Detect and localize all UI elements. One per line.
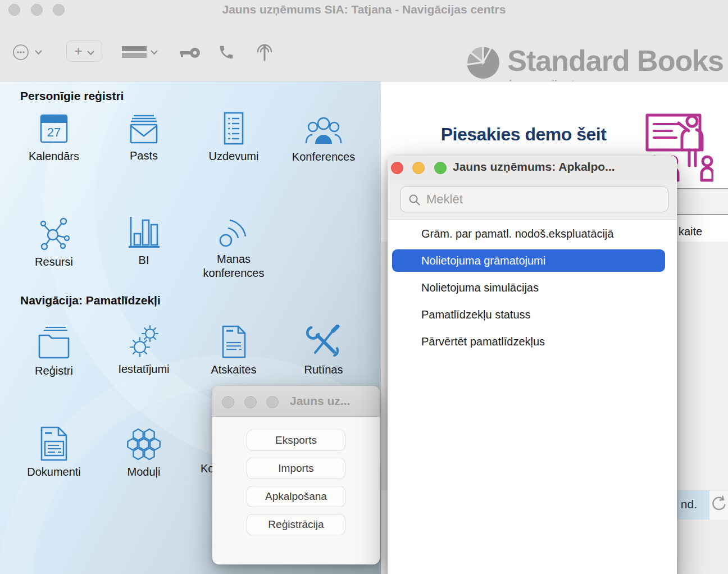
service-item-list: Grām. par pamatl. nodoš.ekspluatācijā No… <box>388 220 677 355</box>
pie-chart-logo-icon <box>466 45 501 82</box>
window-title: Jauns uzņēmums SIA: Tatjana - Navigācija… <box>0 3 728 16</box>
plus-icon: + <box>74 43 82 59</box>
mini-window-title: Jauns uz... <box>290 394 350 408</box>
report-document-icon <box>219 325 249 359</box>
tile-pasts[interactable]: Pasts <box>102 114 186 163</box>
titlebar: Jauns uzņēmums SIA: Tatjana - Navigācija… <box>0 0 728 20</box>
refresh-button[interactable] <box>709 490 728 520</box>
list-item[interactable]: Nolietojuma simulācijas <box>388 274 677 301</box>
tools-icon <box>306 325 341 359</box>
list-item[interactable]: Pamatlīdzekļu statuss <box>388 301 677 328</box>
tile-iestatijumi[interactable]: Iestatījumi <box>102 324 186 376</box>
minimize-window-button[interactable] <box>412 162 425 174</box>
tile-uzdevumi[interactable]: Uzdevumi <box>192 111 276 163</box>
list-style-button[interactable] <box>121 46 158 58</box>
close-window-button[interactable] <box>222 396 234 408</box>
stacked-bars-icon <box>121 46 147 58</box>
registracija-button[interactable]: Reģistrācija <box>247 514 345 535</box>
search-field[interactable] <box>400 186 668 212</box>
refresh-icon <box>709 494 728 516</box>
tile-kalendars[interactable]: 27 Kalendārs <box>12 111 96 163</box>
gears-icon <box>128 324 160 359</box>
key-icon <box>179 45 201 61</box>
partial-text-kaite: kaite <box>679 225 702 238</box>
list-item[interactable]: Pārvērtēt pamatlīdzekļus <box>388 328 677 355</box>
minimize-window-button[interactable] <box>244 396 257 408</box>
network-nodes-icon <box>37 217 71 252</box>
calendar-icon: 27 <box>38 111 70 146</box>
chevron-down-icon <box>87 43 94 59</box>
new-item-button[interactable]: + <box>66 40 102 62</box>
tile-atskaites[interactable]: Atskaites <box>192 325 276 377</box>
service-window-search-bar <box>388 181 677 220</box>
tile-bi[interactable]: BI <box>102 215 186 267</box>
toolbar: + <box>0 20 728 81</box>
antenna-icon <box>254 43 275 62</box>
phone-button[interactable] <box>218 44 235 61</box>
broadcast-antenna-button[interactable] <box>254 43 275 62</box>
search-input[interactable] <box>426 187 662 212</box>
chevron-down-icon <box>151 50 158 55</box>
hexagons-icon <box>126 428 162 462</box>
people-group-icon <box>305 114 342 147</box>
search-icon <box>408 193 421 207</box>
app-window: Jauns uzņēmums SIA: Tatjana - Navigācija… <box>0 0 728 574</box>
ellipsis-circle-icon <box>12 42 31 62</box>
calendar-day: 27 <box>47 125 61 139</box>
logo-title: Standard Books <box>507 45 724 76</box>
zoom-window-button[interactable] <box>434 162 447 174</box>
list-item-selected[interactable]: Nolietojuma grāmatojumi <box>388 247 677 274</box>
tile-manas-konferences[interactable]: Manas konferences <box>192 215 276 280</box>
list-item[interactable]: Grām. par pamatl. nodoš.ekspluatācijā <box>388 220 677 247</box>
eksports-button[interactable]: Eksports <box>247 430 345 451</box>
tile-konferences[interactable]: Konferences <box>281 114 366 164</box>
service-window: Jauns uzņēmums: Apkalpo... Grām. par pam… <box>388 156 677 574</box>
tile-rutinas[interactable]: Rutīnas <box>281 325 366 377</box>
wifi-signal-icon <box>217 215 250 249</box>
tile-registri[interactable]: Reģistri <box>12 326 96 378</box>
zoom-window-button[interactable] <box>266 396 279 408</box>
mini-window-titlebar[interactable]: Jauns uz... <box>212 386 380 417</box>
partial-text-nd: nd. <box>681 498 697 511</box>
service-window-title: Jauns uzņēmums: Apkalpo... <box>453 160 615 174</box>
tile-dokumenti[interactable]: Dokumenti <box>12 426 96 479</box>
bar-chart-icon <box>127 215 161 250</box>
folder-icon <box>36 326 72 361</box>
tile-resursi[interactable]: Resursi <box>12 217 96 269</box>
phone-icon <box>218 44 235 61</box>
mini-window: Jauns uz... Eksports Imports Apkalpošana… <box>212 386 380 564</box>
demo-signup-link[interactable]: Piesakies demo šeit <box>411 124 636 145</box>
more-options-button[interactable] <box>12 42 42 62</box>
login-key-button[interactable] <box>179 45 201 61</box>
tile-moduli[interactable]: Moduļi <box>102 428 186 479</box>
imports-button[interactable]: Imports <box>247 458 345 479</box>
service-window-titlebar[interactable]: Jauns uzņēmums: Apkalpo... <box>388 156 677 181</box>
document-icon <box>38 426 70 462</box>
apkalposana-button[interactable]: Apkalpošana <box>247 486 345 507</box>
section-heading-navigation: Navigācija: Pamatlīdzekļi <box>20 294 161 307</box>
close-window-button[interactable] <box>391 162 403 174</box>
chevron-down-icon <box>35 50 42 55</box>
section-heading-personal: Personīgie reģistri <box>20 89 124 103</box>
task-list-icon <box>221 111 247 146</box>
mail-icon <box>128 114 160 145</box>
